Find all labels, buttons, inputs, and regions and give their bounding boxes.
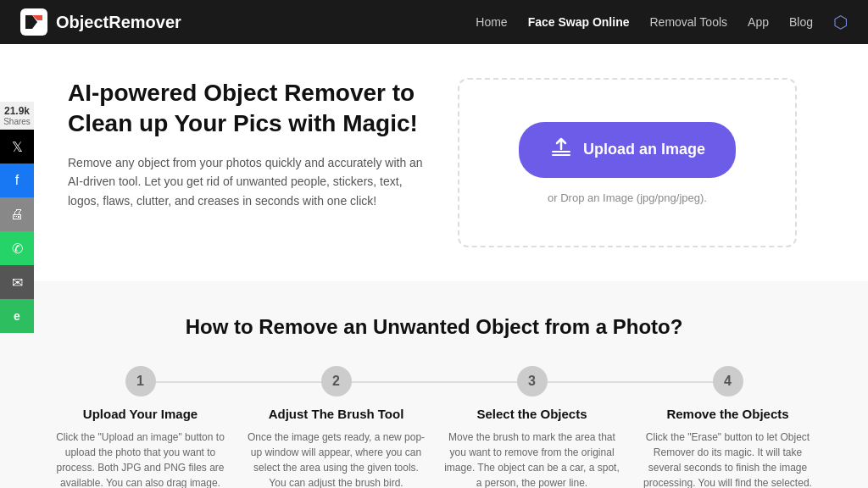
header: ObjectRemover Home Face Swap Online Remo… [0,0,868,44]
svg-rect-1 [552,151,570,152]
whatsapp-share-button[interactable]: ✆ [0,231,34,265]
step-1-number: 1 [125,366,156,396]
upload-svg-icon [549,136,573,159]
social-sidebar: 21.9k Shares 𝕏 f 🖨 ✆ ✉ e [0,102,34,333]
hero-description: Remove any object from your photos quick… [68,153,424,210]
step-3: 3 Select the Objects Move the brush to m… [442,366,621,488]
email-share-button[interactable]: ✉ [0,265,34,299]
hero-text: AI-powered Object Remover to Clean up Yo… [68,78,424,210]
step-1: 1 Upload Your Image Click the "Upload an… [51,366,230,488]
main-nav: Home Face Swap Online Removal Tools App … [476,12,848,32]
nav-home[interactable]: Home [476,15,507,29]
upload-button[interactable]: Upload an Image [519,122,736,178]
nav-face-swap[interactable]: Face Swap Online [528,15,630,29]
facebook-share-button[interactable]: f [0,164,34,197]
twitter-share-button[interactable]: 𝕏 [0,130,34,164]
steps-wrapper: 1 Upload Your Image Click the "Upload an… [51,366,817,488]
step-2: 2 Adjust The Brush Tool Once the image g… [247,366,426,488]
how-to-title: How to Remove an Unwanted Object from a … [51,315,817,339]
upload-area[interactable]: Upload an Image or Drop an Image (jpg/pn… [458,78,797,247]
step-3-title: Select the Objects [442,407,621,421]
step-4-desc: Click the "Erase" button to let Object R… [638,430,817,488]
logo[interactable]: ObjectRemover [20,8,181,36]
print-button[interactable]: 🖨 [0,197,34,231]
upload-hint: or Drop an Image (jpg/png/jpeg). [548,191,707,204]
nav-app[interactable]: App [748,15,769,29]
nav-blog[interactable]: Blog [789,15,813,29]
step-4: 4 Remove the Objects Click the "Erase" b… [638,366,817,488]
logo-icon [20,8,47,36]
step-1-title: Upload Your Image [51,407,230,421]
upload-icon [549,136,573,164]
step-2-title: Adjust The Brush Tool [247,407,426,421]
logo-text: ObjectRemover [56,13,181,32]
step-1-desc: Click the "Upload an image" button to up… [51,430,230,488]
evernote-share-button[interactable]: e [0,299,34,333]
step-3-number: 3 [517,366,548,396]
hero-title: AI-powered Object Remover to Clean up Yo… [68,78,424,140]
step-2-desc: Once the image gets ready, a new pop-up … [247,430,426,488]
step-4-number: 4 [713,366,743,396]
step-2-number: 2 [321,366,352,396]
svg-rect-2 [552,154,570,156]
upload-button-label: Upload an Image [583,141,705,158]
how-to-section: How to Remove an Unwanted Object from a … [0,281,868,488]
step-4-title: Remove the Objects [638,407,817,421]
step-3-desc: Move the brush to mark the area that you… [442,430,621,488]
share-count: 21.9k Shares [0,102,34,130]
share-count-number: 21.9k [0,105,34,117]
hero-section: AI-powered Object Remover to Clean up Yo… [0,44,868,281]
steps-list: 1 Upload Your Image Click the "Upload an… [51,366,817,488]
discord-icon[interactable]: ⬡ [833,12,848,32]
nav-removal-tools[interactable]: Removal Tools [649,15,727,29]
shares-label: Shares [0,117,34,126]
